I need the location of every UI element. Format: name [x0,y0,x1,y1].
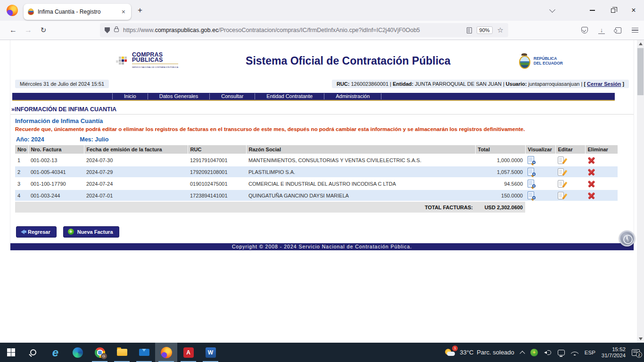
datetime-box: Miércoles 31 de Julio del 2024 15:51 [15,80,109,88]
logo-tagline: SERVICIO NACIONAL DE CONTRATACIÓN PÚBLIC… [132,64,178,70]
delete-invoice-icon[interactable] [587,180,595,188]
page-viewport: COMPRAS PÚBLICAS SERVICIO NACIONAL DE CO… [0,40,644,343]
close-window-button[interactable]: × [623,0,644,21]
tab-list-chevron-icon[interactable] [549,7,555,13]
cell-nro: 1 [15,154,28,166]
site-header: COMPRAS PÚBLICAS SERVICIO NACIONAL DE CO… [10,44,634,78]
cell-factura: 001-005-40341 [28,166,84,178]
taskbar-explorer-button[interactable] [111,343,133,362]
minimize-button[interactable] [582,0,603,21]
cell-razon: PLASTILIMPIO S.A. [246,166,475,178]
regresar-label: Regresar [28,229,50,235]
browser-tab[interactable]: Infima Cuantía - Registro × [24,4,131,20]
footer: Copyright © 2008 - 2024 Servicio Naciona… [10,243,634,250]
volume-icon[interactable] [544,349,552,356]
notification-center-icon[interactable]: 2 [632,349,640,356]
taskbar-acrobat-button[interactable]: A [177,343,199,362]
taskbar-clock[interactable]: 15:52 31/7/2024 [602,346,626,359]
edit-invoice-icon[interactable] [558,180,564,188]
warning-text: Recuerde que, únicamente podrá editar o … [15,126,581,133]
republic-text: REPÚBLICA DEL ECUADOR [534,56,563,66]
extensions-icon[interactable] [615,27,621,33]
edit-invoice-icon[interactable] [558,192,564,199]
cell-fecha: 2024-07-01 [84,189,188,201]
separator: | [581,81,582,87]
word-icon: W [206,347,216,358]
weather-desc: Parc. soleado [477,349,514,356]
table-row: 4 001-003-244 2024-07-01 1723894141001 Q… [15,189,618,201]
scroll-down-icon[interactable] [639,337,643,340]
antivirus-icon[interactable]: + [530,349,538,356]
col-visualizar: Visualizar [525,145,555,154]
start-button[interactable] [0,343,22,362]
scrollbar-thumb[interactable] [637,48,644,95]
nav-item-entidad-contratante[interactable]: Entidad Contratante [255,93,324,99]
taskbar-edge-button[interactable] [66,343,89,362]
nav-item-datos-generales[interactable]: Datos Generales [148,93,210,99]
restore-button[interactable] [603,0,623,21]
col-eliminar: Eliminar [585,145,618,154]
view-invoice-icon[interactable] [528,180,534,188]
page-scrollbar[interactable] [637,40,644,343]
reload-button[interactable]: ↻ [36,26,51,34]
nueva-factura-button[interactable]: + Nueva Factura [63,226,119,238]
pocket-icon[interactable] [581,27,588,33]
delete-invoice-icon[interactable] [587,168,595,176]
view-invoice-icon[interactable] [528,191,534,199]
weather-widget[interactable]: 1 33°C Parc. soleado [444,348,514,357]
table-row: 3 001-100-17790 2024-07-24 0190102475001… [15,178,618,189]
edge-icon [73,347,83,358]
tab-close-icon[interactable]: × [120,8,127,16]
bracket: [ [584,81,586,87]
delete-invoice-icon[interactable] [587,192,595,199]
chrome-icon: G [95,347,105,358]
col-nro: Nro [15,145,28,154]
search-icon [30,349,36,355]
taskbar-word-button[interactable]: W [199,343,222,362]
taskbar-mail-button[interactable] [133,343,155,362]
url-bar[interactable]: https://www.compraspublicas.gob.ec/Proce… [100,23,508,37]
url-text[interactable]: https://www.compraspublicas.gob.ec/Proce… [123,27,462,33]
new-tab-button[interactable]: + [138,6,142,15]
tracking-shield-icon[interactable] [105,27,110,33]
internet-explorer-icon: e [52,347,58,358]
chrome-profile-badge: G [101,353,107,359]
touch-keyboard-icon[interactable] [558,350,565,355]
reader-mode-icon[interactable] [467,27,472,33]
taskbar-firefox-button[interactable] [155,343,177,362]
year-label: Año: [16,136,29,143]
period-row: Año: 2024 Mes: Julio [16,136,634,143]
hamburger-menu-icon[interactable] [632,28,638,33]
nav-item-inicio[interactable]: Inicio [112,93,148,99]
invoices-table: Nro Nro. Factura Fecha de emisión de la … [15,145,618,214]
downloads-icon[interactable]: ↓ [598,27,605,34]
wifi-icon[interactable] [571,350,578,355]
cell-total: 1,057.5000 [475,166,525,178]
nav-item-consultar[interactable]: Consultar [210,93,255,99]
logout-link[interactable]: Cerrar Sesión [587,81,621,87]
zoom-level-badge[interactable]: 90% [477,26,493,34]
republic-line2: DEL ECUADOR [534,61,563,66]
taskbar-chrome-button[interactable]: G [89,343,111,362]
ruc-label: RUC: [337,81,350,87]
cell-total: 1,000.0000 [475,154,525,166]
taskbar-search-button[interactable] [22,343,44,362]
entity-label: Entidad: [393,81,413,87]
back-button[interactable]: ← [6,26,21,34]
user-value: juntaparroquiasanjuan [528,81,580,87]
scroll-up-icon[interactable] [639,42,643,45]
bookmark-star-icon[interactable]: ☆ [497,26,504,34]
view-invoice-icon[interactable] [528,156,534,164]
month-label: Mes: [80,136,93,143]
lock-icon[interactable] [114,28,119,32]
language-indicator[interactable]: ESP [585,350,595,355]
regresar-button[interactable]: Regresar [16,226,57,238]
view-invoice-icon[interactable] [528,168,534,176]
edit-invoice-icon[interactable] [558,156,564,164]
delete-invoice-icon[interactable] [587,156,595,164]
edit-invoice-icon[interactable] [558,168,564,176]
nav-item-administracion[interactable]: Administración [324,93,381,99]
taskbar-ie-button[interactable]: e [44,343,66,362]
tray-expand-chevron-icon[interactable] [520,351,525,356]
session-timer-widget[interactable] [619,230,635,247]
